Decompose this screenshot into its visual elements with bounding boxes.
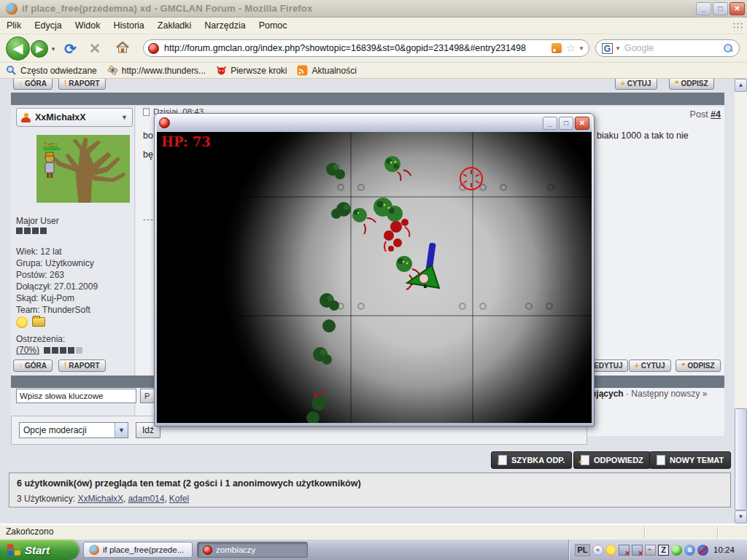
language-indicator[interactable]: PL xyxy=(575,544,590,556)
home-icon xyxy=(115,40,130,55)
search-input[interactable]: Google xyxy=(624,43,724,53)
stat-wiek: Wiek: 12 lat xyxy=(16,246,62,257)
top-raport-button[interactable]: !RAPORT xyxy=(58,79,106,90)
status-text: Zakończono xyxy=(6,526,53,537)
menu-widok[interactable]: Widok xyxy=(69,18,107,33)
folder-icon[interactable] xyxy=(32,317,45,327)
bookmark-star-icon[interactable]: ☆ xyxy=(566,42,576,55)
minimize-button[interactable]: _ xyxy=(696,2,711,15)
firefox-task-icon xyxy=(89,545,99,555)
menu-pomoc[interactable]: Pomoc xyxy=(252,18,294,33)
stat-dolaczyl: Dołączył: 27.01.2009 xyxy=(16,281,98,292)
home-button[interactable] xyxy=(115,40,130,58)
moderation-select[interactable]: Opcje moderacji ▼ xyxy=(19,422,128,438)
warn-percent-link[interactable]: (70%) xyxy=(16,345,39,355)
engine-dropdown-icon[interactable]: ▼ xyxy=(615,45,621,52)
tray-wireless-icon[interactable] xyxy=(645,545,656,556)
quote-icon: ❝ xyxy=(681,362,685,370)
back-button[interactable]: ◀ xyxy=(6,36,30,61)
game-maximize-button[interactable]: □ xyxy=(559,117,573,130)
menu-bar: Plik Edycja Widok Historia Zakładki Narz… xyxy=(0,18,747,34)
scroll-down-button[interactable]: ▼ xyxy=(735,510,747,524)
game-viewport[interactable]: HP: 73 xyxy=(157,132,592,423)
select-arrow-icon[interactable]: ▼ xyxy=(115,423,128,438)
tray-sun-icon[interactable] xyxy=(605,545,616,556)
post-text-line1-left: bo xyxy=(143,131,153,141)
post-text-line1-right: biaku 1000 a tak to nie xyxy=(597,131,689,141)
history-dropdown-icon[interactable]: ▼ xyxy=(50,46,56,52)
topic-navigation: tujących · Następny nowszy » xyxy=(588,389,707,399)
reload-button[interactable]: ⟳ xyxy=(64,40,77,58)
maximize-button[interactable]: □ xyxy=(713,2,728,15)
warn-level: (70%) xyxy=(16,345,82,355)
desktop: if place_free(przedemna) xd - GMCLAN For… xyxy=(0,0,747,560)
bookmark-thunders[interactable]: http://www.thunders... xyxy=(106,64,212,77)
tray-a-app-icon[interactable]: a xyxy=(684,545,695,556)
url-dropdown-icon[interactable]: ▼ xyxy=(578,45,584,52)
task-firefox[interactable]: if place_free(przede... xyxy=(83,542,193,558)
odpowiedz-button[interactable]: + ODPOWIEDZ xyxy=(573,451,651,469)
user-link-xxmichalxx[interactable]: XxMichałxX xyxy=(77,494,128,504)
viewers-users: 3 Użytkownicy: XxMichałxX adam014 Kofel xyxy=(17,494,189,504)
game-minimize-button[interactable]: _ xyxy=(543,117,557,130)
menu-edycja[interactable]: Edycja xyxy=(28,18,69,33)
close-button[interactable]: ✕ xyxy=(729,2,745,15)
window-title: if place_free(przedemna) xd - GMCLAN For… xyxy=(22,3,312,14)
url-text[interactable]: http://forum.gmclan.org/index.php?showto… xyxy=(164,43,551,53)
browser-titlebar[interactable]: if place_free(przedemna) xd - GMCLAN For… xyxy=(0,0,747,18)
google-engine-icon[interactable]: G xyxy=(602,43,613,54)
start-button[interactable]: Start xyxy=(0,540,79,560)
scroll-up-button[interactable]: ▲ xyxy=(735,79,747,92)
post-paper-icon xyxy=(143,108,150,116)
rss-icon[interactable] xyxy=(551,43,562,53)
forward-button[interactable]: ▶ xyxy=(31,40,48,58)
game-window[interactable]: _ □ ✕ HP: 73 xyxy=(154,113,595,427)
tray-green-orb-icon[interactable] xyxy=(671,545,682,556)
sun-icon xyxy=(16,316,28,328)
tray-blocked-icon[interactable] xyxy=(697,545,708,556)
author-dropdown[interactable]: XxMichałxX ▼ xyxy=(16,108,133,127)
keyword-search-input[interactable] xyxy=(16,389,136,403)
top-cytuj-button[interactable]: +CYTUJ xyxy=(615,79,657,90)
scrollbar-thumb[interactable] xyxy=(735,408,747,510)
bottom-raport-button[interactable]: !RAPORT xyxy=(58,359,106,372)
menu-plik[interactable]: Plik xyxy=(0,18,28,33)
szybka-odp-button[interactable]: ↓ SZYBKA ODP. xyxy=(491,451,572,469)
tray-clock[interactable]: 10:24 xyxy=(713,545,735,554)
search-go-icon[interactable] xyxy=(724,44,733,53)
nowy-temat-button[interactable]: NOWY TEMAT xyxy=(649,451,731,469)
chevron-down-icon: ▼ xyxy=(121,114,128,121)
game-titlebar[interactable]: _ □ ✕ xyxy=(157,114,592,132)
page-scrollbar[interactable]: ▲ ▼ xyxy=(735,79,747,524)
rank-pips xyxy=(16,228,47,234)
user-link-kofel[interactable]: Kofel xyxy=(169,494,189,504)
odpisz-button[interactable]: ❝ODPISZ xyxy=(676,359,721,372)
user-link-adam014[interactable]: adam014 xyxy=(128,494,169,504)
up-arrow-icon: ↑ xyxy=(19,362,23,370)
cytuj-button[interactable]: +CYTUJ xyxy=(629,359,671,372)
warn-label: Ostrzeżenia: xyxy=(16,334,65,344)
post-number-link[interactable]: #4 xyxy=(711,109,721,120)
tray-network-error-icon-2[interactable] xyxy=(632,545,643,556)
hide-icons-chevron[interactable]: « xyxy=(592,545,603,556)
bottom-gora-button[interactable]: ↑GÓRA xyxy=(13,359,53,372)
task-zombiaczy[interactable]: zombiaczy xyxy=(197,542,308,558)
menu-historia[interactable]: Historia xyxy=(107,18,150,33)
bookmarks-toolbar: Często odwiedzane http://www.thunders...… xyxy=(0,63,747,79)
search-bar[interactable]: G ▼ Google xyxy=(595,39,740,57)
game-close-button[interactable]: ✕ xyxy=(575,117,589,130)
menu-zakladki[interactable]: Zakładki xyxy=(151,18,198,33)
bookmark-aktualnosci[interactable]: Aktualności xyxy=(295,64,362,77)
user-icon xyxy=(21,113,31,122)
site-favicon xyxy=(148,43,159,54)
menu-narzedzia[interactable]: Narzędzia xyxy=(198,18,252,33)
top-odpisz-button[interactable]: ❝ODPISZ xyxy=(669,79,714,90)
top-gora-button[interactable]: ↑GÓRA xyxy=(13,79,53,90)
bookmark-pierwsze-kroki[interactable]: Pierwsze kroki xyxy=(214,64,293,77)
url-bar[interactable]: http://forum.gmclan.org/index.php?showto… xyxy=(143,39,589,57)
tray-network-error-icon[interactable] xyxy=(619,545,630,556)
tray-z-app-icon[interactable]: Z xyxy=(658,545,669,556)
stop-button[interactable]: ✕ xyxy=(89,40,101,57)
hp-counter: HP: 73 xyxy=(161,134,211,149)
bookmark-czesto-odwiedzane[interactable]: Często odwiedzane xyxy=(4,64,103,77)
